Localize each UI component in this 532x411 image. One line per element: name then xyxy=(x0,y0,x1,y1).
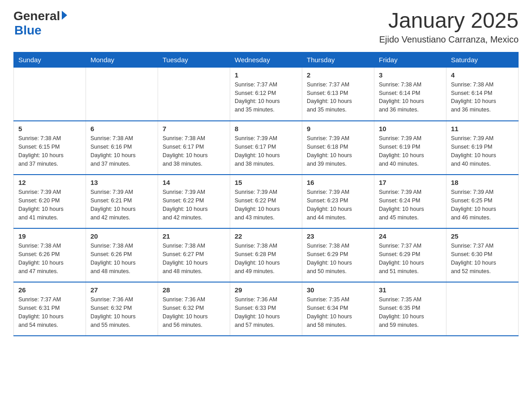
day-info: Sunrise: 7:39 AM Sunset: 6:19 PM Dayligh… xyxy=(451,134,514,168)
weekday-header-row: SundayMondayTuesdayWednesdayThursdayFrid… xyxy=(14,52,519,67)
calendar-cell: 21Sunrise: 7:38 AM Sunset: 6:27 PM Dayli… xyxy=(158,228,230,282)
calendar-week-3: 12Sunrise: 7:39 AM Sunset: 6:20 PM Dayli… xyxy=(14,175,519,228)
day-number: 3 xyxy=(379,71,442,79)
calendar-header: SundayMondayTuesdayWednesdayThursdayFrid… xyxy=(14,52,519,67)
title-section: January 2025 Ejido Venustiano Carranza, … xyxy=(379,9,519,45)
day-info: Sunrise: 7:39 AM Sunset: 6:22 PM Dayligh… xyxy=(235,188,297,222)
calendar-week-1: 1Sunrise: 7:37 AM Sunset: 6:12 PM Daylig… xyxy=(14,67,519,121)
day-info: Sunrise: 7:37 AM Sunset: 6:29 PM Dayligh… xyxy=(379,242,442,275)
calendar-cell: 13Sunrise: 7:39 AM Sunset: 6:21 PM Dayli… xyxy=(86,175,158,228)
weekday-header-tuesday: Tuesday xyxy=(158,52,230,67)
day-number: 6 xyxy=(90,125,153,133)
calendar-cell: 20Sunrise: 7:38 AM Sunset: 6:26 PM Dayli… xyxy=(86,228,158,282)
calendar-cell: 7Sunrise: 7:38 AM Sunset: 6:17 PM Daylig… xyxy=(158,121,230,175)
day-number: 12 xyxy=(18,179,81,186)
day-info: Sunrise: 7:36 AM Sunset: 6:32 PM Dayligh… xyxy=(90,295,153,329)
calendar-cell: 25Sunrise: 7:37 AM Sunset: 6:30 PM Dayli… xyxy=(446,228,519,282)
day-info: Sunrise: 7:39 AM Sunset: 6:21 PM Dayligh… xyxy=(90,188,153,222)
calendar-cell: 2Sunrise: 7:37 AM Sunset: 6:13 PM Daylig… xyxy=(302,67,374,121)
day-info: Sunrise: 7:38 AM Sunset: 6:17 PM Dayligh… xyxy=(163,134,225,168)
day-info: Sunrise: 7:35 AM Sunset: 6:35 PM Dayligh… xyxy=(379,295,442,329)
calendar-cell: 10Sunrise: 7:39 AM Sunset: 6:19 PM Dayli… xyxy=(374,121,446,175)
day-number: 21 xyxy=(163,232,225,240)
calendar-cell: 3Sunrise: 7:38 AM Sunset: 6:14 PM Daylig… xyxy=(374,67,446,121)
day-info: Sunrise: 7:36 AM Sunset: 6:32 PM Dayligh… xyxy=(163,295,225,329)
day-number: 17 xyxy=(379,179,442,186)
day-info: Sunrise: 7:39 AM Sunset: 6:22 PM Dayligh… xyxy=(163,188,225,222)
day-info: Sunrise: 7:38 AM Sunset: 6:27 PM Dayligh… xyxy=(163,242,225,275)
day-info: Sunrise: 7:39 AM Sunset: 6:18 PM Dayligh… xyxy=(307,134,369,168)
calendar-cell: 15Sunrise: 7:39 AM Sunset: 6:22 PM Dayli… xyxy=(230,175,302,228)
day-number: 23 xyxy=(307,232,369,240)
day-number: 7 xyxy=(163,125,225,133)
day-info: Sunrise: 7:36 AM Sunset: 6:33 PM Dayligh… xyxy=(235,295,297,329)
day-number: 4 xyxy=(451,71,514,79)
calendar-cell: 22Sunrise: 7:38 AM Sunset: 6:28 PM Dayli… xyxy=(230,228,302,282)
calendar-week-4: 19Sunrise: 7:38 AM Sunset: 6:26 PM Dayli… xyxy=(14,228,519,282)
day-number: 31 xyxy=(379,286,442,294)
day-info: Sunrise: 7:38 AM Sunset: 6:15 PM Dayligh… xyxy=(18,134,81,168)
calendar-cell xyxy=(158,67,230,121)
calendar-cell: 6Sunrise: 7:38 AM Sunset: 6:16 PM Daylig… xyxy=(86,121,158,175)
day-number: 9 xyxy=(307,125,369,133)
calendar-cell xyxy=(446,282,519,336)
calendar-cell: 4Sunrise: 7:38 AM Sunset: 6:14 PM Daylig… xyxy=(446,67,519,121)
weekday-header-sunday: Sunday xyxy=(14,52,86,67)
day-info: Sunrise: 7:39 AM Sunset: 6:19 PM Dayligh… xyxy=(379,134,442,168)
day-number: 24 xyxy=(379,232,442,240)
day-info: Sunrise: 7:38 AM Sunset: 6:28 PM Dayligh… xyxy=(235,242,297,275)
day-number: 30 xyxy=(307,286,369,294)
day-number: 13 xyxy=(90,179,153,186)
calendar-cell: 23Sunrise: 7:38 AM Sunset: 6:29 PM Dayli… xyxy=(302,228,374,282)
weekday-header-thursday: Thursday xyxy=(302,52,374,67)
calendar-cell: 29Sunrise: 7:36 AM Sunset: 6:33 PM Dayli… xyxy=(230,282,302,336)
calendar-cell xyxy=(14,67,86,121)
logo-arrow-icon xyxy=(62,11,67,20)
day-number: 18 xyxy=(451,179,514,186)
day-number: 22 xyxy=(235,232,297,240)
day-number: 1 xyxy=(235,71,297,79)
day-info: Sunrise: 7:37 AM Sunset: 6:13 PM Dayligh… xyxy=(307,81,369,114)
calendar-cell: 8Sunrise: 7:39 AM Sunset: 6:17 PM Daylig… xyxy=(230,121,302,175)
day-number: 26 xyxy=(18,286,81,294)
day-number: 20 xyxy=(90,232,153,240)
calendar-week-2: 5Sunrise: 7:38 AM Sunset: 6:15 PM Daylig… xyxy=(14,121,519,175)
day-info: Sunrise: 7:39 AM Sunset: 6:17 PM Dayligh… xyxy=(235,134,297,168)
day-number: 15 xyxy=(235,179,297,186)
calendar-week-5: 26Sunrise: 7:37 AM Sunset: 6:31 PM Dayli… xyxy=(14,282,519,336)
calendar-cell: 30Sunrise: 7:35 AM Sunset: 6:34 PM Dayli… xyxy=(302,282,374,336)
calendar-body: 1Sunrise: 7:37 AM Sunset: 6:12 PM Daylig… xyxy=(14,67,519,336)
day-info: Sunrise: 7:37 AM Sunset: 6:12 PM Dayligh… xyxy=(235,81,297,114)
day-info: Sunrise: 7:38 AM Sunset: 6:29 PM Dayligh… xyxy=(307,242,369,275)
day-number: 28 xyxy=(163,286,225,294)
calendar-cell: 26Sunrise: 7:37 AM Sunset: 6:31 PM Dayli… xyxy=(14,282,86,336)
day-info: Sunrise: 7:38 AM Sunset: 6:14 PM Dayligh… xyxy=(451,81,514,114)
calendar-cell: 1Sunrise: 7:37 AM Sunset: 6:12 PM Daylig… xyxy=(230,67,302,121)
day-number: 10 xyxy=(379,125,442,133)
day-number: 11 xyxy=(451,125,514,133)
calendar-cell: 28Sunrise: 7:36 AM Sunset: 6:32 PM Dayli… xyxy=(158,282,230,336)
calendar-cell: 9Sunrise: 7:39 AM Sunset: 6:18 PM Daylig… xyxy=(302,121,374,175)
weekday-header-saturday: Saturday xyxy=(446,52,519,67)
calendar-table: SundayMondayTuesdayWednesdayThursdayFrid… xyxy=(13,52,519,337)
day-number: 2 xyxy=(307,71,369,79)
calendar-cell: 11Sunrise: 7:39 AM Sunset: 6:19 PM Dayli… xyxy=(446,121,519,175)
day-info: Sunrise: 7:37 AM Sunset: 6:31 PM Dayligh… xyxy=(18,295,81,329)
calendar-cell: 27Sunrise: 7:36 AM Sunset: 6:32 PM Dayli… xyxy=(86,282,158,336)
calendar-cell: 24Sunrise: 7:37 AM Sunset: 6:29 PM Dayli… xyxy=(374,228,446,282)
logo: General Blue xyxy=(13,9,67,38)
day-number: 8 xyxy=(235,125,297,133)
day-info: Sunrise: 7:38 AM Sunset: 6:16 PM Dayligh… xyxy=(90,134,153,168)
day-number: 16 xyxy=(307,179,369,186)
calendar-cell: 5Sunrise: 7:38 AM Sunset: 6:15 PM Daylig… xyxy=(14,121,86,175)
month-title: January 2025 xyxy=(379,9,519,33)
location-subtitle: Ejido Venustiano Carranza, Mexico xyxy=(379,34,519,45)
day-info: Sunrise: 7:39 AM Sunset: 6:20 PM Dayligh… xyxy=(18,188,81,222)
calendar-cell: 14Sunrise: 7:39 AM Sunset: 6:22 PM Dayli… xyxy=(158,175,230,228)
day-info: Sunrise: 7:39 AM Sunset: 6:25 PM Dayligh… xyxy=(451,188,514,222)
weekday-header-monday: Monday xyxy=(86,52,158,67)
page-header: General Blue January 2025 Ejido Venustia… xyxy=(13,9,519,45)
calendar-cell: 17Sunrise: 7:39 AM Sunset: 6:24 PM Dayli… xyxy=(374,175,446,228)
day-info: Sunrise: 7:35 AM Sunset: 6:34 PM Dayligh… xyxy=(307,295,369,329)
day-number: 19 xyxy=(18,232,81,240)
